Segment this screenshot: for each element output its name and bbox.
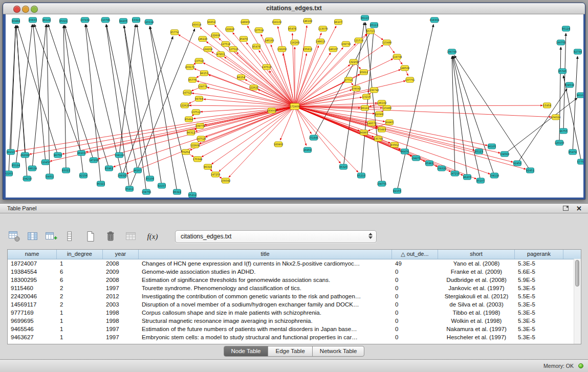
table-body: 1872400712008Changes of HCN gene express… — [8, 259, 581, 341]
scrollbar-thumb[interactable] — [575, 260, 579, 287]
graph-node-label: 85962 — [105, 167, 113, 170]
row-list-icon[interactable] — [64, 230, 75, 243]
graph-node-label: 113079 — [318, 27, 328, 30]
window-title: citations_edges.txt — [3, 3, 585, 14]
graph-node-label: 85963 — [425, 162, 433, 165]
table-cell: 9777169 — [8, 309, 57, 317]
new-document-icon[interactable] — [85, 230, 96, 243]
table-row[interactable]: 946554611997Estimation of the future num… — [8, 325, 581, 333]
graph-node-label: 96755 — [559, 129, 568, 133]
table-cell: de Silva et al. (2003) — [438, 300, 515, 309]
graph-node-label: 67752 — [577, 160, 583, 163]
table-scrollbar[interactable] — [574, 259, 581, 344]
graph-node-label: 97853 — [216, 53, 225, 56]
graph-node-label: 13216 — [362, 95, 371, 98]
graph-edge — [295, 106, 385, 122]
graph-node-label: 104756 — [141, 190, 151, 193]
table-cell: 1998 — [103, 317, 139, 325]
graph-node-label: 96205 — [463, 176, 471, 179]
graph-node-label: 203172 — [185, 65, 194, 69]
column-header-short[interactable]: short — [438, 250, 515, 259]
table-row[interactable]: 1938455462009Genome-wide association stu… — [8, 268, 581, 276]
graph-node-label: 110450 — [40, 161, 50, 164]
tab-edge-table[interactable]: Edge Table — [268, 346, 312, 357]
graph-edge — [65, 26, 109, 168]
table-cell: Disruption of a novel member of a sodium… — [139, 300, 392, 309]
graph-edge — [122, 36, 173, 176]
function-builder-icon[interactable]: f(x) — [147, 230, 158, 243]
graph-edge — [149, 27, 177, 192]
window-titlebar[interactable]: citations_edges.txt — [3, 3, 585, 14]
graph-node-label: 183002 — [267, 109, 276, 112]
tab-node-table[interactable]: Node Table — [224, 346, 269, 357]
graph-node-label: 104119 — [114, 154, 124, 157]
table-row[interactable]: 1872400712008Changes of HCN gene express… — [8, 259, 581, 268]
float-panel-icon[interactable] — [563, 206, 569, 211]
graph-node-label: 109320 — [437, 167, 446, 170]
graph-node-label: 104210 — [22, 177, 32, 180]
table-row[interactable]: 2242004622012Investigating the contribut… — [8, 292, 581, 300]
panel-resize-handle[interactable] — [290, 200, 297, 202]
table-cell: 0 — [392, 309, 438, 317]
import-table-icon[interactable] — [125, 230, 137, 243]
table-toolbar: f(x) citations_edges.txt — [8, 228, 583, 245]
graph-node-label: 95479 — [239, 37, 248, 40]
table-row[interactable]: 977716911998Corpus callosum shape and si… — [8, 309, 581, 317]
create-column-icon[interactable] — [45, 230, 57, 243]
table-options-icon[interactable] — [8, 230, 20, 243]
graph-node-label: 132202 — [277, 48, 287, 51]
graph-edge — [573, 56, 578, 152]
graph-node-label: 190755 — [556, 41, 565, 44]
graph-node-label: 85124 — [12, 164, 20, 167]
column-header-pagerank[interactable]: pagerank — [515, 250, 563, 259]
graph-node-label: 109774 — [198, 85, 207, 88]
table-cell: 19384554 — [8, 268, 57, 276]
graph-node-label: 85211 — [125, 187, 134, 190]
tab-network-table[interactable]: Network Table — [312, 346, 365, 357]
table-row[interactable]: 1830029562008Estimation of significance … — [8, 276, 581, 284]
table-row[interactable]: 911546021997Tourette syndrome. Phenomeno… — [8, 284, 581, 292]
column-header-name[interactable]: name — [8, 250, 57, 259]
table-cell: 1 — [57, 325, 103, 333]
table-cell: 9115460 — [8, 284, 57, 292]
graph-node-label: 127515 — [228, 48, 238, 51]
column-header-year[interactable]: year — [103, 250, 139, 259]
graph-node-label: 115460 — [382, 106, 391, 110]
graph-node-label: 147210 — [450, 172, 460, 175]
graph-node-label: 818304 — [429, 18, 439, 21]
delete-icon[interactable] — [105, 230, 116, 243]
close-panel-icon[interactable]: ✕ — [576, 204, 582, 213]
table-panel: Table Panel ✕ — [0, 203, 588, 372]
column-header-in_degree[interactable]: in_degree — [57, 250, 103, 259]
table-row[interactable]: 969969511998Structural magnetic resonanc… — [8, 317, 581, 325]
table-row[interactable]: 946362711997Embryonic stem cells: a mode… — [8, 333, 581, 341]
graph-node-label: 127518 — [221, 42, 230, 46]
column-visibility-icon[interactable] — [27, 230, 38, 243]
graph-edge — [17, 26, 58, 155]
graph-node-label: 22049 — [375, 113, 383, 116]
graph-node-label: 119734 — [392, 55, 402, 58]
table-cell: 6 — [57, 276, 103, 284]
column-header-title[interactable]: title — [139, 250, 392, 259]
table-cell: 6 — [57, 268, 103, 276]
graph-node-label: 96110 — [361, 16, 369, 19]
graph-node-label: 132203 — [349, 60, 358, 63]
table-cell: 9699695 — [8, 317, 57, 325]
graph-node-label: 122604 — [190, 144, 200, 147]
table-cell: 18724007 — [8, 259, 57, 268]
graph-node-label: 96107 — [334, 20, 342, 24]
graph-edge — [150, 27, 192, 195]
column-header-out_de[interactable]: △ out_de... — [392, 250, 438, 259]
graph-node-label: 94205 — [119, 19, 127, 23]
table-row[interactable]: 1456911722003Disruption of a novel membe… — [8, 300, 581, 309]
graph-node-label: 198124 — [27, 167, 37, 170]
table-selector-dropdown[interactable]: citations_edges.txt — [175, 230, 377, 243]
graph-node-label: 35723 — [366, 30, 375, 33]
graph-node-label: 85774 — [170, 31, 179, 34]
graph-edge — [295, 26, 336, 106]
graph-node-label: 109778 — [195, 124, 205, 127]
graph-node-label: 137512 — [191, 111, 201, 114]
table-cell: 5.3E-5 — [515, 317, 563, 325]
network-canvas[interactable]: 1724093048420633961248502110743211079594… — [6, 14, 583, 198]
graph-node-label: 95124 — [562, 27, 570, 30]
